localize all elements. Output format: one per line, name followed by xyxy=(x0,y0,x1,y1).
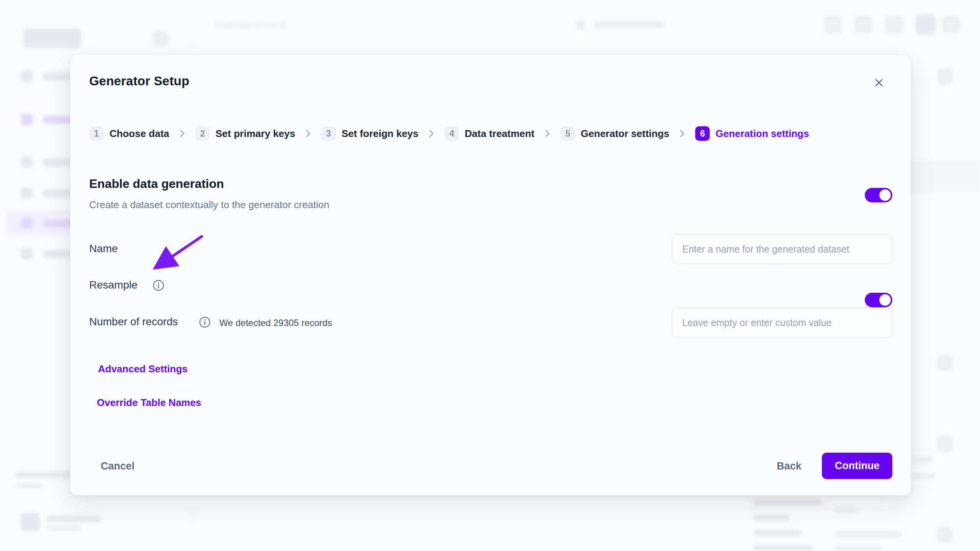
enable-data-generation-toggle[interactable] xyxy=(865,188,892,202)
chevron-right-icon xyxy=(305,129,311,138)
step-number: 5 xyxy=(560,126,575,141)
name-input[interactable] xyxy=(672,234,892,264)
setup-stepper: 1 Choose data 2 Set primary keys 3 Set f… xyxy=(89,125,809,142)
resample-label: Resample xyxy=(89,279,137,291)
chevron-right-icon xyxy=(428,129,434,138)
step-generator-settings[interactable]: 5 Generator settings xyxy=(560,126,669,141)
continue-button[interactable]: Continue xyxy=(822,453,892,479)
records-info-icon[interactable] xyxy=(199,316,211,328)
step-label: Generator settings xyxy=(581,128,669,140)
step-label: Generation settings xyxy=(715,128,809,140)
name-label: Name xyxy=(89,243,118,255)
section-subheading: Create a dataset contextually to the gen… xyxy=(89,199,329,211)
resample-info-icon[interactable] xyxy=(153,280,164,291)
step-label: Data treatment xyxy=(465,128,534,140)
step-label: Set foreign keys xyxy=(341,128,418,140)
cancel-button[interactable]: Cancel xyxy=(101,460,135,472)
chevron-right-icon xyxy=(679,129,685,138)
step-number: 6 xyxy=(695,126,710,141)
step-set-foreign-keys[interactable]: 3 Set foreign keys xyxy=(321,126,418,141)
annotation-arrow xyxy=(147,223,216,277)
step-number: 1 xyxy=(89,126,104,141)
toggle-knob xyxy=(879,189,891,201)
chevron-right-icon xyxy=(544,129,550,138)
modal-title: Generator Setup xyxy=(89,74,189,88)
number-of-records-input[interactable] xyxy=(672,308,892,337)
section-heading: Enable data generation xyxy=(89,177,224,191)
step-number: 4 xyxy=(444,126,459,141)
generator-setup-modal: Generator Setup 1 Choose data 2 Set prim… xyxy=(70,54,911,496)
back-button[interactable]: Back xyxy=(777,460,802,472)
step-label: Set primary keys xyxy=(216,128,295,140)
step-number: 3 xyxy=(321,126,336,141)
records-detected-helper: We detected 29305 records xyxy=(219,318,332,328)
advanced-settings-link[interactable]: Advanced Settings xyxy=(98,363,188,375)
toggle-knob xyxy=(879,294,891,306)
step-label: Choose data xyxy=(109,128,169,140)
resample-toggle[interactable] xyxy=(865,293,892,307)
number-of-records-label: Number of records xyxy=(89,316,178,328)
step-set-primary-keys[interactable]: 2 Set primary keys xyxy=(195,126,295,141)
override-table-names-link[interactable]: Override Table Names xyxy=(97,397,201,409)
step-number: 2 xyxy=(195,126,210,141)
close-icon[interactable] xyxy=(871,74,887,91)
step-choose-data[interactable]: 1 Choose data xyxy=(89,126,169,141)
step-generation-settings[interactable]: 6 Generation settings xyxy=(695,126,809,141)
step-data-treatment[interactable]: 4 Data treatment xyxy=(444,126,534,141)
chevron-right-icon xyxy=(179,129,185,138)
